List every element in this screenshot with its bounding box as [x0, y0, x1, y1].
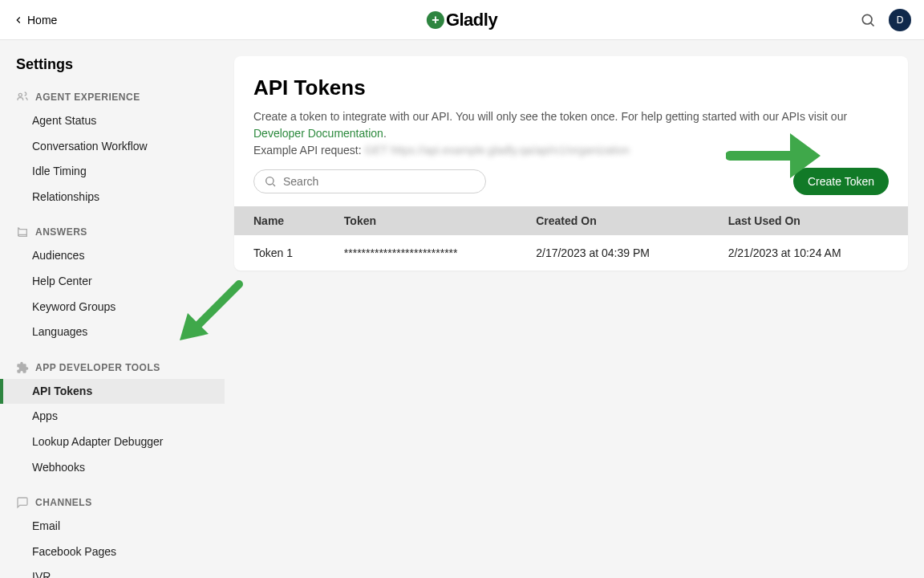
- sidebar-item[interactable]: Agent Status: [0, 108, 225, 134]
- page-title: API Tokens: [253, 75, 889, 100]
- brand-name: Gladly: [446, 10, 497, 31]
- table-header-cell: Token: [333, 206, 525, 235]
- chevron-left-icon: [13, 14, 24, 26]
- sidebar-item[interactable]: Conversation Workflow: [0, 134, 225, 160]
- section-icon: [16, 91, 29, 104]
- sidebar-item[interactable]: Webhooks: [0, 455, 225, 481]
- page-description: Create a token to integrate with our API…: [253, 108, 889, 142]
- sidebar-item[interactable]: Help Center: [0, 269, 225, 295]
- sidebar-title: Settings: [0, 56, 225, 86]
- table-header-cell: Created On: [525, 206, 716, 235]
- content-card: API Tokens Create a token to integrate w…: [234, 56, 908, 271]
- search-icon: [264, 175, 277, 188]
- sidebar-section-header: APP DEVELOPER TOOLS: [0, 356, 225, 379]
- brand-mark-icon: +: [427, 11, 444, 29]
- example-request: Example API request: GET https://api.exa…: [253, 144, 889, 157]
- sidebar-item[interactable]: Languages: [0, 320, 225, 345]
- tokens-table: NameTokenCreated OnLast Used On Token 1*…: [234, 206, 908, 271]
- home-link[interactable]: Home: [13, 14, 57, 26]
- svg-line-4: [273, 184, 275, 186]
- search-icon[interactable]: [860, 12, 876, 28]
- table-header-cell: Name: [234, 206, 333, 235]
- table-header-cell: Last Used On: [717, 206, 908, 235]
- home-label: Home: [27, 14, 57, 26]
- main-content: API Tokens Create a token to integrate w…: [225, 40, 924, 578]
- brand-logo: + Gladly: [427, 10, 497, 31]
- sidebar-section-header: AGENT EXPERIENCE: [0, 86, 225, 108]
- doc-link[interactable]: Developer Documentation: [253, 127, 383, 140]
- section-icon: [16, 361, 29, 374]
- svg-point-0: [862, 14, 872, 24]
- sidebar-item[interactable]: IVR: [0, 564, 225, 578]
- sidebar-item[interactable]: Audiences: [0, 243, 225, 269]
- svg-point-2: [18, 93, 22, 96]
- avatar[interactable]: D: [889, 9, 911, 31]
- section-icon: [16, 496, 29, 509]
- svg-point-3: [266, 177, 274, 185]
- sidebar-item[interactable]: Idle Timing: [0, 159, 225, 185]
- sidebar-section-header: CHANNELS: [0, 491, 225, 514]
- sidebar-item[interactable]: API Tokens: [0, 379, 225, 405]
- sidebar-section-header: ANSWERS: [0, 221, 225, 243]
- search-input-wrap[interactable]: [253, 169, 486, 193]
- sidebar-item[interactable]: Facebook Pages: [0, 539, 225, 565]
- section-icon: [16, 226, 29, 238]
- svg-line-1: [871, 22, 874, 26]
- example-blurred: GET https://api.example.gladly.qa/api/v1…: [365, 144, 630, 157]
- sidebar-item[interactable]: Email: [0, 514, 225, 539]
- table-row[interactable]: Token 1**************************2/17/20…: [234, 235, 908, 271]
- create-token-button[interactable]: Create Token: [793, 168, 889, 195]
- sidebar-item[interactable]: Keyword Groups: [0, 295, 225, 320]
- sidebar-item[interactable]: Apps: [0, 404, 225, 429]
- sidebar: Settings AGENT EXPERIENCEAgent StatusCon…: [0, 40, 225, 578]
- sidebar-item[interactable]: Lookup Adapter Debugger: [0, 429, 225, 455]
- sidebar-item[interactable]: Relationships: [0, 185, 225, 210]
- search-input[interactable]: [283, 175, 476, 188]
- top-bar: Home + Gladly D: [0, 0, 924, 40]
